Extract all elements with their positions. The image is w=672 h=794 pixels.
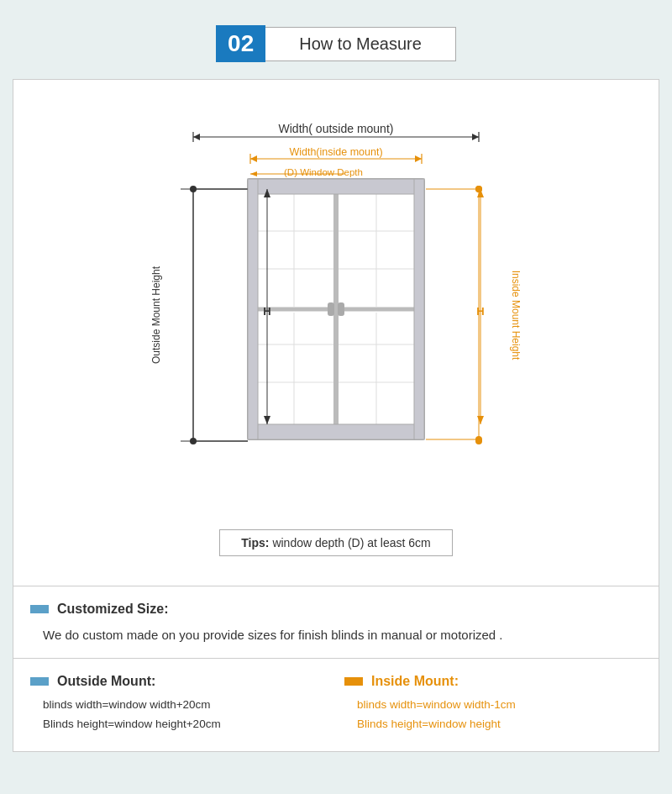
svg-rect-40 — [248, 179, 258, 439]
svg-marker-51 — [477, 416, 484, 424]
svg-text:(D) Window Depth: (D) Window Depth — [284, 167, 363, 177]
badge-number: 02 — [216, 25, 265, 62]
svg-marker-4 — [472, 134, 479, 140]
svg-marker-3 — [193, 134, 200, 140]
customized-title: Customized Size: — [57, 602, 168, 617]
svg-rect-38 — [248, 179, 424, 194]
svg-marker-9 — [250, 155, 257, 162]
outside-mount-col: Outside Mount: blinds width=window width… — [30, 674, 328, 734]
customized-icon — [30, 605, 49, 613]
customized-body: We do custom made on you provide sizes f… — [30, 625, 642, 645]
outside-mount-title: Outside Mount: — [57, 674, 155, 689]
tips-bold: Tips: — [241, 536, 269, 549]
inside-mount-col: Inside Mount: blinds width=window width-… — [344, 674, 642, 734]
svg-point-61 — [475, 436, 482, 443]
outside-line2: Blinds height=window height+20cm — [43, 715, 328, 734]
header-section: 02 How to Measure — [13, 13, 659, 79]
inside-line1: blinds width=window width-1cm — [357, 696, 642, 715]
inside-mount-header: Inside Mount: — [344, 674, 642, 689]
tips-box: Tips: window depth (D) at least 6cm — [30, 529, 642, 556]
inside-line2: Blinds height=window height — [357, 715, 642, 734]
customized-header: Customized Size: — [30, 602, 642, 617]
diagram-container: Width( outside mount) Width(inside mount… — [30, 105, 642, 525]
customized-text: We do custom made on you provide sizes f… — [43, 628, 503, 642]
outside-mount-header: Outside Mount: — [30, 674, 328, 689]
diagram-svg: Width( outside mount) Width(inside mount… — [126, 113, 546, 508]
svg-marker-14 — [250, 171, 257, 176]
customized-section: Customized Size: We do custom made on yo… — [13, 586, 659, 659]
mount-section: Outside Mount: blinds width=window width… — [13, 659, 659, 752]
svg-rect-41 — [414, 179, 424, 439]
svg-point-60 — [475, 186, 482, 192]
svg-text:Width( outside mount): Width( outside mount) — [279, 122, 394, 135]
inside-mount-body: blinds width=window width-1cm Blinds hei… — [344, 696, 642, 734]
svg-rect-42 — [328, 302, 334, 316]
tips-content: window depth (D) at least 6cm — [272, 536, 430, 549]
svg-text:Width(inside mount): Width(inside mount) — [289, 146, 382, 158]
main-content: Width( outside mount) Width(inside mount… — [13, 79, 659, 586]
header-title: How to Measure — [265, 27, 456, 61]
page-wrapper: 02 How to Measure Width( outside mount) — [0, 0, 672, 765]
tips-text: Tips: window depth (D) at least 6cm — [219, 529, 452, 556]
outside-mount-icon — [30, 677, 49, 686]
header-badge: 02 How to Measure — [216, 25, 456, 62]
svg-marker-10 — [415, 155, 422, 162]
inside-mount-icon — [344, 677, 363, 686]
svg-text:Outside Mount  Height: Outside Mount Height — [150, 266, 162, 364]
inside-mount-title: Inside Mount: — [371, 674, 459, 689]
outside-line1: blinds width=window width+20cm — [43, 696, 328, 715]
svg-rect-39 — [248, 424, 424, 439]
svg-text:Inside Mount  Height: Inside Mount Height — [510, 271, 522, 360]
outside-mount-body: blinds width=window width+20cm Blinds he… — [30, 696, 328, 734]
svg-rect-43 — [338, 302, 344, 316]
